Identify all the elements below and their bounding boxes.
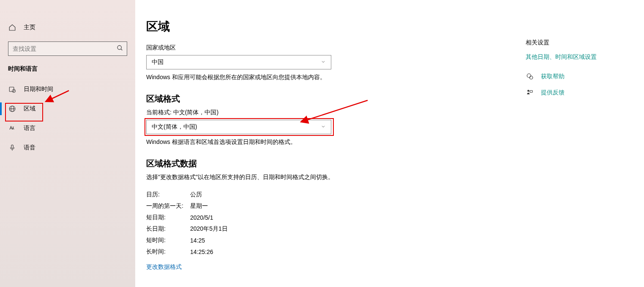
nav-label: 区域 <box>24 105 35 113</box>
related-settings-rail: 相关设置 其他日期、时间和区域设置 获取帮助 提供反馈 <box>526 39 619 105</box>
data-row: 长时间:14:25:26 <box>146 246 644 257</box>
data-row: 短日期:2020/5/1 <box>146 212 644 223</box>
country-value: 中国 <box>152 58 164 66</box>
change-data-format-link[interactable]: 更改数据格式 <box>146 263 182 271</box>
rail-other-date-time-link[interactable]: 其他日期、时间和区域设置 <box>526 53 619 61</box>
globe-icon <box>8 105 17 113</box>
svg-point-4 <box>117 46 121 50</box>
search-icon <box>117 45 123 53</box>
data-heading: 区域格式数据 <box>146 158 644 169</box>
calendar-clock-icon <box>8 86 17 93</box>
data-desc: 选择"更改数据格式"以在地区所支持的日历、日期和时间格式之间切换。 <box>146 174 644 181</box>
format-data-table: 日历:公历 一周的第一天:星期一 短日期:2020/5/1 长日期:2020年5… <box>146 189 644 257</box>
nav-list: 日期和时间 区域 语言 语音 <box>0 76 135 157</box>
search-box[interactable] <box>8 41 127 56</box>
nav-label: 语音 <box>24 144 35 152</box>
help-icon <box>526 73 534 80</box>
nav-label: 日期和时间 <box>24 86 53 93</box>
data-row: 日历:公历 <box>146 189 644 200</box>
rail-heading: 相关设置 <box>526 39 619 47</box>
content: 区域 国家或地区 中国 Windows 和应用可能会根据您所在的国家或地区向您提… <box>135 0 644 287</box>
data-row: 一周的第一天:星期一 <box>146 200 644 212</box>
country-select[interactable]: 中国 <box>146 55 331 69</box>
rail-get-help[interactable]: 获取帮助 <box>526 73 619 80</box>
home-label: 主页 <box>24 24 35 31</box>
format-select[interactable]: 中文(简体，中国) <box>146 120 331 134</box>
format-value: 中文(简体，中国) <box>152 123 197 131</box>
svg-rect-11 <box>11 145 14 148</box>
nav-speech[interactable]: 语音 <box>0 138 135 157</box>
sidebar: 主页 时间和语言 日期和时间 区域 语言 <box>0 0 135 287</box>
page-title: 区域 <box>146 19 644 35</box>
rail-help-label: 获取帮助 <box>541 73 565 80</box>
rail-feedback-label: 提供反馈 <box>541 89 565 97</box>
svg-line-5 <box>121 49 122 50</box>
home-nav[interactable]: 主页 <box>0 18 135 37</box>
svg-point-13 <box>529 76 533 80</box>
microphone-icon <box>8 144 17 152</box>
nav-label: 语言 <box>24 124 35 132</box>
svg-point-12 <box>527 74 531 77</box>
nav-date-time[interactable]: 日期和时间 <box>0 80 135 99</box>
nav-region[interactable]: 区域 <box>0 99 135 119</box>
search-input[interactable] <box>13 45 112 52</box>
data-row: 长日期:2020年5月1日 <box>146 223 644 235</box>
chevron-down-icon <box>321 59 326 66</box>
svg-point-14 <box>527 90 529 92</box>
rail-feedback[interactable]: 提供反馈 <box>526 89 619 97</box>
data-row: 短时间:14:25 <box>146 235 644 246</box>
current-format-label: 当前格式: 中文(简体，中国) <box>146 109 644 116</box>
format-desc: Windows 根据语言和区域首选项设置日期和时间的格式。 <box>146 138 644 146</box>
section-header: 时间和语言 <box>0 56 135 76</box>
nav-language[interactable]: 语言 <box>0 119 135 138</box>
svg-rect-15 <box>530 91 532 93</box>
feedback-icon <box>526 89 534 97</box>
language-icon <box>8 124 17 132</box>
chevron-down-icon <box>321 124 326 130</box>
home-icon <box>8 24 17 31</box>
